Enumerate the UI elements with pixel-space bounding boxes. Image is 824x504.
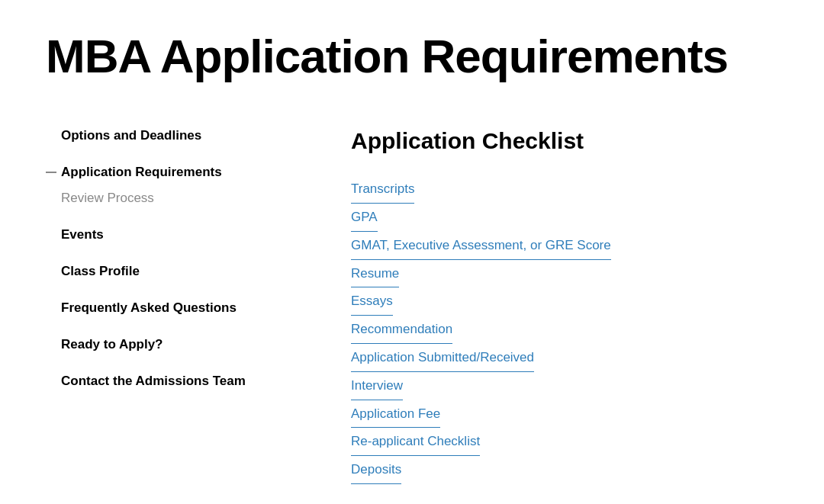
- checklist-item-reapplicant: Re-applicant Checklist: [351, 428, 778, 456]
- page-container: MBA Application Requirements Options and…: [0, 0, 824, 504]
- sidebar-item-options-deadlines[interactable]: Options and Deadlines: [46, 128, 290, 143]
- checklist-link-interview[interactable]: Interview: [351, 372, 403, 400]
- checklist-link-transcripts[interactable]: Transcripts: [351, 175, 414, 204]
- checklist-item-recommendation: Recommendation: [351, 316, 778, 344]
- sidebar-sub-link-application-requirements[interactable]: Review Process: [61, 191, 154, 205]
- page-title: MBA Application Requirements: [46, 30, 778, 82]
- checklist-item-gpa: GPA: [351, 204, 778, 232]
- sidebar-link-application-requirements[interactable]: Application Requirements: [61, 165, 222, 179]
- sidebar-item-class-profile[interactable]: Class Profile: [46, 264, 290, 279]
- checklist-link-recommendation[interactable]: Recommendation: [351, 316, 452, 344]
- checklist-link-deposits[interactable]: Deposits: [351, 456, 401, 484]
- sidebar-item-ready-to-apply[interactable]: Ready to Apply?: [46, 337, 290, 352]
- sidebar-item-application-requirements[interactable]: Application Requirements: [46, 165, 290, 180]
- sidebar: Options and DeadlinesApplication Require…: [46, 128, 290, 410]
- checklist-item-transcripts: Transcripts: [351, 175, 778, 204]
- checklist-item-interview: Interview: [351, 372, 778, 400]
- sidebar-link-events[interactable]: Events: [61, 227, 104, 242]
- checklist-section-title: Application Checklist: [351, 128, 778, 154]
- checklist-item-application-submitted: Application Submitted/Received: [351, 344, 778, 372]
- checklist-link-application-fee[interactable]: Application Fee: [351, 400, 440, 429]
- sidebar-item-contact[interactable]: Contact the Admissions Team: [46, 374, 290, 389]
- content-layout: Options and DeadlinesApplication Require…: [46, 128, 778, 484]
- sidebar-link-class-profile[interactable]: Class Profile: [61, 264, 140, 278]
- checklist-item-resume: Resume: [351, 260, 778, 288]
- sidebar-link-options-deadlines[interactable]: Options and Deadlines: [61, 128, 201, 143]
- checklist-item-application-fee: Application Fee: [351, 400, 778, 429]
- main-content: Application Checklist TranscriptsGPAGMAT…: [351, 128, 778, 484]
- checklist-link-essays[interactable]: Essays: [351, 287, 393, 316]
- sidebar-link-ready-to-apply[interactable]: Ready to Apply?: [61, 337, 163, 352]
- sidebar-item-faq[interactable]: Frequently Asked Questions: [46, 300, 290, 316]
- sidebar-item-events[interactable]: Events: [46, 227, 290, 242]
- checklist: TranscriptsGPAGMAT, Executive Assessment…: [351, 175, 778, 484]
- checklist-item-deposits: Deposits: [351, 456, 778, 484]
- checklist-item-essays: Essays: [351, 287, 778, 316]
- checklist-link-gpa[interactable]: GPA: [351, 204, 378, 232]
- checklist-item-gmat: GMAT, Executive Assessment, or GRE Score: [351, 232, 778, 260]
- checklist-link-resume[interactable]: Resume: [351, 260, 399, 288]
- checklist-link-application-submitted[interactable]: Application Submitted/Received: [351, 344, 534, 372]
- sidebar-link-contact[interactable]: Contact the Admissions Team: [61, 374, 246, 388]
- sidebar-link-faq[interactable]: Frequently Asked Questions: [61, 300, 237, 315]
- checklist-link-reapplicant[interactable]: Re-applicant Checklist: [351, 428, 480, 456]
- checklist-link-gmat[interactable]: GMAT, Executive Assessment, or GRE Score: [351, 232, 611, 260]
- sidebar-sub-item-application-requirements[interactable]: Review Process: [46, 191, 290, 206]
